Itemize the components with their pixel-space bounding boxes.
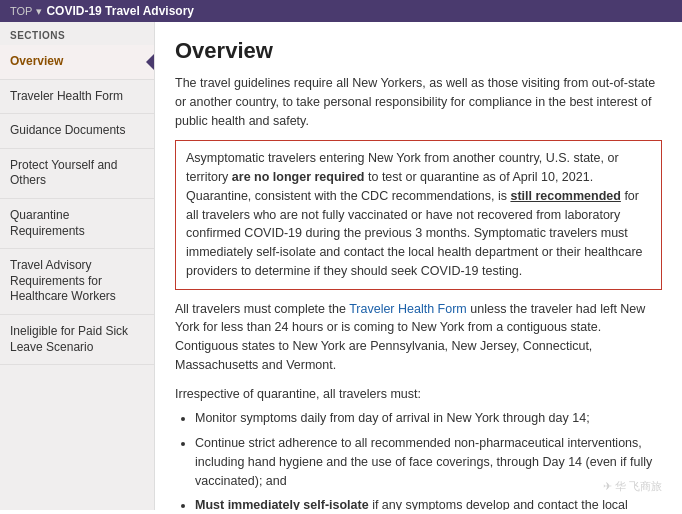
- list-item: Continue strict adherence to all recomme…: [195, 434, 662, 490]
- sidebar-item-protect-yourself[interactable]: Protect Yourself and Others: [0, 149, 154, 199]
- highlight-box: Asymptomatic travelers entering New York…: [175, 140, 662, 289]
- sidebar-item-overview[interactable]: Overview: [0, 45, 154, 80]
- sidebar-item-ineligible[interactable]: Ineligible for Paid Sick Leave Scenario: [0, 315, 154, 365]
- sidebar: SECTIONS Overview Traveler Health Form G…: [0, 22, 155, 510]
- list-item: Must immediately self-isolate if any sym…: [195, 496, 662, 510]
- irrespective-text: Irrespective of quarantine, all traveler…: [175, 385, 662, 404]
- highlight-bold: are no longer required: [232, 170, 365, 184]
- sections-label: SECTIONS: [0, 22, 154, 45]
- list-item: Monitor symptoms daily from day of arriv…: [195, 409, 662, 428]
- highlight-underline-bold: still recommended: [510, 189, 620, 203]
- bullet-text-1: Monitor symptoms daily from day of arriv…: [195, 411, 590, 425]
- main-content: Overview The travel guidelines require a…: [155, 22, 682, 510]
- top-prefix: TOP: [10, 5, 32, 17]
- sidebar-item-traveler-health-form[interactable]: Traveler Health Form: [0, 80, 154, 115]
- top-title: COVID-19 Travel Advisory: [46, 4, 194, 18]
- bullet-text-2: Continue strict adherence to all recomme…: [195, 436, 652, 488]
- sidebar-item-guidance-documents[interactable]: Guidance Documents: [0, 114, 154, 149]
- page-title: Overview: [175, 38, 662, 64]
- traveler-health-before: All travelers must complete the: [175, 302, 349, 316]
- traveler-health-paragraph: All travelers must complete the Traveler…: [175, 300, 662, 375]
- bullet-bold-3: Must immediately self-isolate: [195, 498, 369, 510]
- layout: SECTIONS Overview Traveler Health Form G…: [0, 22, 682, 510]
- sidebar-item-travel-advisory[interactable]: Travel Advisory Requirements for Healthc…: [0, 249, 154, 315]
- travelers-list: Monitor symptoms daily from day of arriv…: [195, 409, 662, 510]
- top-arrow[interactable]: ▾: [36, 5, 42, 18]
- sidebar-item-quarantine-requirements[interactable]: Quarantine Requirements: [0, 199, 154, 249]
- traveler-health-link[interactable]: Traveler Health Form: [349, 302, 467, 316]
- top-bar: TOP ▾ COVID-19 Travel Advisory: [0, 0, 682, 22]
- intro-text: The travel guidelines require all New Yo…: [175, 74, 662, 130]
